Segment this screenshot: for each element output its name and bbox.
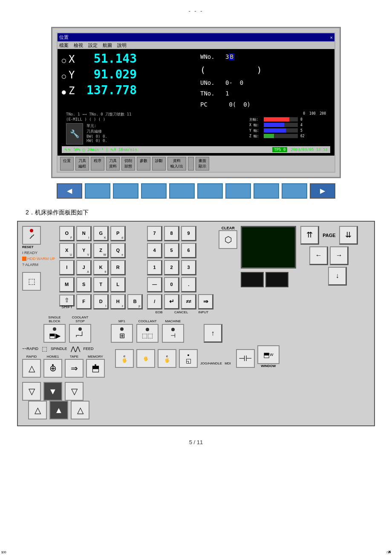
small-black-btn-2[interactable] [265, 272, 288, 287]
small-black-btn-1[interactable] [241, 272, 264, 287]
jog-down-outline2[interactable]: ▽ [65, 382, 84, 401]
single-block-led [53, 327, 56, 331]
nav-mid-7[interactable] [254, 183, 279, 199]
arrow-right-btn[interactable]: → [330, 246, 349, 265]
single-block-btn[interactable]: ⬒▶ [43, 324, 66, 343]
jog-x1-btn[interactable]: e 🖐 X 1 [158, 349, 176, 368]
key-N[interactable]: NI [76, 226, 92, 241]
menu-help[interactable]: 說明 [117, 42, 127, 49]
up-triangle-row: △ ▲ △ [28, 401, 370, 419]
key-B[interactable]: Bp [127, 294, 143, 309]
menu-view[interactable]: 檢視 [74, 42, 83, 49]
arrow-down-btn[interactable]: ↓ [328, 267, 347, 286]
key-Y[interactable]: YV [76, 243, 92, 258]
fn-params[interactable]: 參數 [137, 157, 150, 171]
key-O[interactable]: OF [59, 226, 75, 241]
fn-diagnosis[interactable]: 診斷 [152, 157, 166, 171]
rapid-mode-btn[interactable]: △ [22, 359, 41, 378]
key-0[interactable]: 0 [164, 277, 179, 292]
cnc-close-btn[interactable]: × [330, 35, 333, 40]
key-I[interactable]: I [59, 260, 75, 275]
key-dash[interactable]: — [147, 277, 162, 292]
menu-file[interactable]: 檔案 [59, 42, 69, 49]
key-T[interactable]: T [93, 277, 109, 292]
fn-data-io[interactable]: 資料輸入/出 [167, 157, 186, 171]
key-Z[interactable]: ZW [93, 243, 109, 258]
key-5[interactable]: 5 [164, 243, 179, 258]
key-8[interactable]: 8 [164, 226, 179, 241]
key-dot[interactable]: . [181, 277, 196, 292]
key-2[interactable]: 2 [164, 260, 179, 275]
key-P[interactable]: Pd [110, 226, 126, 241]
key-D[interactable]: DI [93, 294, 109, 309]
nav-right-button[interactable]: ▶ [310, 183, 335, 199]
key-input-arrow[interactable]: ⇒ [198, 294, 213, 309]
mf1-label: MF1 [118, 319, 125, 323]
key-9[interactable]: 9 [181, 226, 196, 241]
nav-mid-6[interactable] [225, 183, 251, 199]
key-slash[interactable]: / [147, 294, 162, 309]
key-G[interactable]: GK [93, 226, 109, 241]
tno-row: TNo. 1 [200, 88, 330, 99]
key-J[interactable]: JA [76, 260, 92, 275]
window-btn[interactable]: ⬒ W [257, 345, 280, 364]
key-7[interactable]: 7 [147, 226, 162, 241]
mf1-btn[interactable]: ⊞ [111, 324, 133, 343]
fn-display[interactable]: 畫面顯示 [196, 157, 209, 171]
nav-mid-8[interactable] [282, 183, 307, 199]
mode-icon-btn[interactable]: ⬚ [22, 272, 41, 291]
key-Q[interactable]: Qe [110, 243, 126, 258]
fn-tool-edit[interactable]: 刀具編程 [75, 157, 89, 171]
menu-nav[interactable]: 航圖 [103, 42, 112, 49]
jog-down-filled[interactable]: ▼ [43, 382, 62, 401]
nav-mid-1[interactable] [85, 183, 110, 199]
up-outline2-btn[interactable]: △ [71, 401, 89, 419]
nav-left-button[interactable]: ◀ [57, 183, 82, 199]
coollant-btn[interactable]: ⬚⬚ [136, 324, 159, 343]
page-up-up-btn[interactable]: ⇈ [300, 226, 319, 245]
memory-btn[interactable]: ● ⬒ [86, 359, 105, 378]
arrow-left-btn[interactable]: ← [309, 246, 328, 265]
jog-10-btn[interactable]: 🖐 /10 [136, 349, 155, 368]
key-6[interactable]: 6 [181, 243, 196, 258]
key-R[interactable]: R [110, 260, 126, 275]
key-4[interactable]: 4 [147, 243, 162, 258]
mdi-btn[interactable]: ● ◱ [179, 349, 198, 368]
up-outline-btn[interactable]: △ [28, 401, 47, 419]
nav-mid-4[interactable] [169, 183, 195, 199]
key-1[interactable]: 1 [147, 260, 162, 275]
nav-mid-3[interactable] [141, 183, 167, 199]
reset-button[interactable]: ⟋ [22, 226, 41, 245]
coolant-stop-btn[interactable]: ⌐┘ [69, 324, 91, 343]
mdi-arrow-btn[interactable]: ⊣⊢ [236, 349, 255, 368]
fn-position[interactable]: 位置 [60, 157, 74, 171]
up-filled-btn[interactable]: ▲ [49, 401, 68, 419]
jog-x100-btn[interactable]: e 🖐 X 100 [115, 349, 134, 368]
key-X[interactable]: XU [59, 243, 75, 258]
key-S[interactable]: S [76, 277, 92, 292]
fn-tool-data[interactable]: 刀具資料 [106, 157, 120, 171]
fn-cut-status[interactable]: 切削狀態 [121, 157, 135, 171]
fn-program[interactable]: 程序 [91, 157, 104, 171]
key-K[interactable]: Kθ [93, 260, 109, 275]
menu-settings[interactable]: 設定 [88, 42, 98, 49]
key-F[interactable]: F [76, 294, 92, 309]
rapid2-label: RAPID [26, 355, 37, 358]
page-down-down-btn[interactable]: ⇊ [339, 226, 358, 245]
keys-row-5: ⇧ SHIFT F DI Hz Bp [59, 294, 143, 309]
key-enter[interactable]: ↵ [164, 294, 179, 309]
arrow-up2-btn[interactable]: ↑ [204, 324, 222, 343]
jog-down-outline[interactable]: ▽ [22, 382, 41, 401]
tape-btn[interactable]: ⇒ [65, 359, 84, 378]
key-eob[interactable]: ≠≠ [181, 294, 196, 309]
key-H[interactable]: Hz [110, 294, 126, 309]
key-L[interactable]: L [110, 277, 126, 292]
machine-btn[interactable]: ⊣ [162, 324, 184, 343]
key-M[interactable]: M [59, 277, 75, 292]
key-3[interactable]: 3 [181, 260, 196, 275]
nav-mid-2[interactable] [113, 183, 138, 199]
clear-button[interactable]: ⬡ [219, 230, 237, 249]
home1-btn[interactable]: ● ⊕ [43, 359, 62, 378]
wno-row: WNo. 3B [200, 52, 330, 62]
nav-mid-5[interactable] [197, 183, 223, 199]
